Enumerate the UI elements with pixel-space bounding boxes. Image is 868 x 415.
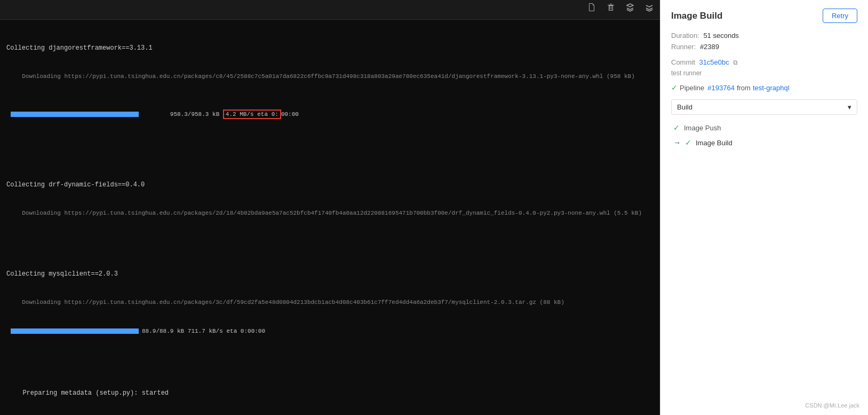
- duration-label: Duration:: [671, 32, 699, 40]
- commit-section: Commit 31c5e0bc ⧉ test runner: [671, 58, 857, 77]
- pipeline-row: ✓ Pipeline #193764 from test-graphql: [671, 83, 857, 92]
- stage-label: Build: [677, 103, 692, 111]
- line-6: Downloading https://pypi.tuna.tsinghua.e…: [6, 298, 654, 307]
- line-3: Collecting drf-dynamic-fields==0.4.0: [6, 180, 654, 190]
- stage-dropdown[interactable]: Build ▾: [671, 99, 857, 115]
- image-build-check-icon: ✓: [685, 138, 691, 147]
- line-1: Collecting djangorestframework==3.13.1: [6, 43, 654, 53]
- chevron-down-icon: ▾: [848, 103, 851, 111]
- pipeline-item-image-build[interactable]: → ✓ Image Build: [671, 138, 857, 147]
- sidebar: Image Build Retry Duration: 51 seconds R…: [660, 0, 868, 415]
- pipeline-id-link[interactable]: #193764: [707, 84, 735, 92]
- pipeline-label: Pipeline: [680, 84, 704, 92]
- sidebar-title: Image Build: [671, 11, 722, 21]
- blank-2: [6, 237, 654, 240]
- image-push-label: Image Push: [684, 124, 721, 132]
- line-5: Collecting mysqlclient==2.0.3: [6, 269, 654, 279]
- commit-description: test runner: [671, 69, 857, 77]
- copy-icon[interactable]: ⧉: [733, 59, 738, 66]
- terminal-toolbar: [0, 0, 660, 20]
- pipeline-branch-link[interactable]: test-graphql: [753, 84, 790, 92]
- document-icon[interactable]: [585, 2, 598, 17]
- progress-line-2: 88.9/88.9 kB 711.7 kB/s eta 0:00:00: [6, 327, 654, 336]
- line-2: Downloading https://pypi.tuna.tsinghua.e…: [6, 72, 654, 81]
- image-push-check-icon: ✓: [673, 123, 680, 132]
- image-build-label: Image Build: [696, 139, 732, 147]
- terminal-content: Collecting djangorestframework==3.13.1 D…: [0, 20, 660, 415]
- progress-speed-1: 4.2 MB/s eta 0:: [223, 109, 281, 119]
- footer-text: CSDN @Mr.Lee jack: [805, 402, 859, 409]
- runner-label: Runner:: [671, 43, 696, 51]
- sidebar-meta: Duration: 51 seconds Runner: #2389: [671, 32, 857, 51]
- commit-hash-link[interactable]: 31c5e0bc: [699, 58, 729, 66]
- trash-icon[interactable]: [604, 2, 617, 17]
- expand-down-icon[interactable]: [643, 2, 656, 17]
- sidebar-footer: CSDN @Mr.Lee jack: [805, 402, 859, 409]
- blank-1: [6, 148, 654, 151]
- progress-line-1: 958.3/958.3 kB 4.2 MB/s eta 0:00:00: [6, 101, 654, 128]
- pipeline-item-image-push[interactable]: ✓ Image Push: [671, 123, 857, 132]
- line-4: Downloading https://pypi.tuna.tsinghua.e…: [6, 209, 654, 218]
- pipeline-items: ✓ Image Push → ✓ Image Build: [671, 123, 857, 147]
- retry-button[interactable]: Retry: [823, 9, 857, 23]
- sidebar-header: Image Build Retry: [671, 9, 857, 23]
- runner-row: Runner: #2389: [671, 43, 857, 51]
- pipeline-from-text: from: [737, 84, 751, 92]
- current-item-arrow-icon: →: [673, 138, 681, 147]
- collapse-up-icon[interactable]: [624, 2, 636, 17]
- pipeline-check-icon: ✓: [671, 83, 678, 92]
- commit-label: Commit: [671, 58, 695, 66]
- line-7: Preparing metadata (setup.py): started: [6, 388, 654, 398]
- commit-row: Commit 31c5e0bc ⧉: [671, 58, 857, 66]
- runner-value: #2389: [700, 43, 719, 51]
- terminal-panel: Collecting djangorestframework==3.13.1 D…: [0, 0, 660, 415]
- duration-row: Duration: 51 seconds: [671, 32, 857, 40]
- duration-value: 51 seconds: [703, 32, 739, 40]
- blank-3: [6, 356, 654, 359]
